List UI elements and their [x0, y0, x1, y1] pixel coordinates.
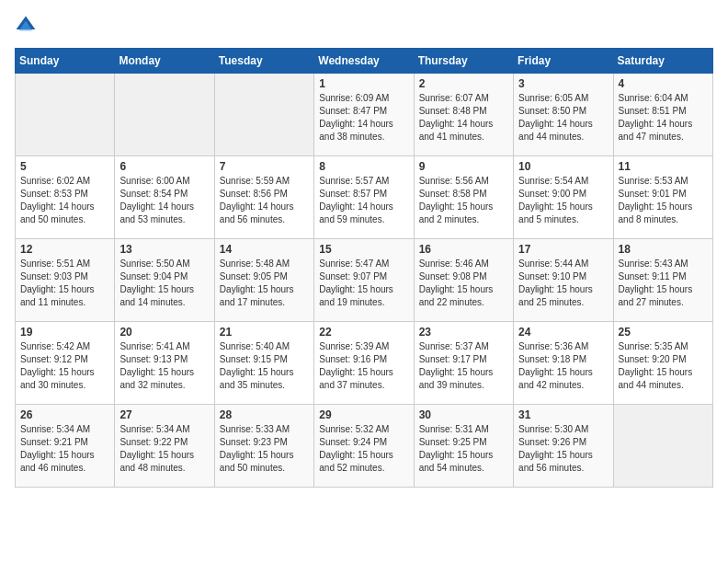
logo [15, 15, 40, 37]
calendar-cell: 15Sunrise: 5:47 AM Sunset: 9:07 PM Dayli… [314, 239, 414, 322]
calendar-cell: 25Sunrise: 5:35 AM Sunset: 9:20 PM Dayli… [613, 322, 712, 405]
calendar-cell: 13Sunrise: 5:50 AM Sunset: 9:04 PM Dayli… [115, 239, 214, 322]
day-number: 3 [518, 77, 608, 90]
day-info: Sunrise: 5:59 AM Sunset: 8:56 PM Dayligh… [220, 175, 309, 226]
day-number: 25 [619, 326, 708, 339]
logo-icon [15, 15, 37, 37]
calendar-cell: 17Sunrise: 5:44 AM Sunset: 9:10 PM Dayli… [514, 239, 613, 322]
calendar-cell [214, 74, 313, 156]
day-info: Sunrise: 6:09 AM Sunset: 8:47 PM Dayligh… [319, 92, 408, 144]
weekday-header-wednesday: Wednesday [314, 49, 414, 74]
calendar-cell: 10Sunrise: 5:54 AM Sunset: 9:00 PM Dayli… [514, 156, 613, 239]
calendar-cell: 28Sunrise: 5:33 AM Sunset: 9:23 PM Dayli… [214, 405, 313, 488]
day-info: Sunrise: 5:44 AM Sunset: 9:10 PM Dayligh… [518, 258, 608, 309]
calendar-cell: 29Sunrise: 5:32 AM Sunset: 9:24 PM Dayli… [314, 405, 414, 488]
day-number: 7 [220, 160, 309, 173]
calendar-cell: 30Sunrise: 5:31 AM Sunset: 9:25 PM Dayli… [414, 405, 513, 488]
day-info: Sunrise: 5:34 AM Sunset: 9:21 PM Dayligh… [20, 423, 109, 475]
day-number: 12 [20, 243, 109, 256]
day-number: 20 [119, 326, 209, 339]
calendar-cell: 31Sunrise: 5:30 AM Sunset: 9:26 PM Dayli… [514, 405, 613, 488]
day-number: 27 [119, 408, 209, 421]
day-info: Sunrise: 5:51 AM Sunset: 9:03 PM Dayligh… [20, 258, 109, 309]
calendar-cell [115, 74, 214, 156]
calendar-cell: 8Sunrise: 5:57 AM Sunset: 8:57 PM Daylig… [314, 156, 414, 239]
calendar-cell: 1Sunrise: 6:09 AM Sunset: 8:47 PM Daylig… [314, 74, 414, 156]
day-number: 26 [20, 408, 109, 421]
day-number: 1 [319, 77, 408, 90]
day-info: Sunrise: 5:46 AM Sunset: 9:08 PM Dayligh… [419, 258, 508, 309]
calendar-cell: 20Sunrise: 5:41 AM Sunset: 9:13 PM Dayli… [115, 322, 214, 405]
calendar-cell: 11Sunrise: 5:53 AM Sunset: 9:01 PM Dayli… [613, 156, 712, 239]
day-number: 24 [518, 326, 608, 339]
day-number: 5 [20, 160, 109, 173]
calendar-cell: 24Sunrise: 5:36 AM Sunset: 9:18 PM Dayli… [514, 322, 613, 405]
day-number: 4 [619, 77, 708, 90]
day-number: 9 [419, 160, 508, 173]
day-info: Sunrise: 5:39 AM Sunset: 9:16 PM Dayligh… [319, 340, 408, 392]
day-info: Sunrise: 6:04 AM Sunset: 8:51 PM Dayligh… [619, 92, 708, 144]
calendar-cell: 3Sunrise: 6:05 AM Sunset: 8:50 PM Daylig… [514, 74, 613, 156]
day-number: 17 [518, 243, 608, 256]
day-number: 23 [419, 326, 508, 339]
day-number: 31 [518, 408, 608, 421]
day-number: 14 [220, 243, 309, 256]
day-number: 30 [419, 408, 508, 421]
calendar-table: SundayMondayTuesdayWednesdayThursdayFrid… [15, 48, 713, 488]
day-info: Sunrise: 6:07 AM Sunset: 8:48 PM Dayligh… [419, 92, 508, 144]
day-number: 22 [319, 326, 408, 339]
calendar-cell: 14Sunrise: 5:48 AM Sunset: 9:05 PM Dayli… [214, 239, 313, 322]
week-row-4: 19Sunrise: 5:42 AM Sunset: 9:12 PM Dayli… [16, 322, 713, 405]
weekday-header-saturday: Saturday [613, 49, 712, 74]
calendar-cell: 12Sunrise: 5:51 AM Sunset: 9:03 PM Dayli… [16, 239, 115, 322]
calendar-header: SundayMondayTuesdayWednesdayThursdayFrid… [16, 49, 713, 74]
calendar-cell: 4Sunrise: 6:04 AM Sunset: 8:51 PM Daylig… [613, 74, 712, 156]
day-number: 8 [319, 160, 408, 173]
calendar-cell: 9Sunrise: 5:56 AM Sunset: 8:58 PM Daylig… [414, 156, 513, 239]
week-row-2: 5Sunrise: 6:02 AM Sunset: 8:53 PM Daylig… [16, 156, 713, 239]
day-info: Sunrise: 5:32 AM Sunset: 9:24 PM Dayligh… [319, 423, 408, 475]
weekday-header-monday: Monday [115, 49, 214, 74]
day-number: 18 [619, 243, 708, 256]
calendar-cell [16, 74, 115, 156]
day-info: Sunrise: 5:31 AM Sunset: 9:25 PM Dayligh… [419, 423, 508, 475]
calendar-cell: 26Sunrise: 5:34 AM Sunset: 9:21 PM Dayli… [16, 405, 115, 488]
day-number: 16 [419, 243, 508, 256]
calendar-cell: 23Sunrise: 5:37 AM Sunset: 9:17 PM Dayli… [414, 322, 513, 405]
day-number: 19 [20, 326, 109, 339]
day-info: Sunrise: 5:48 AM Sunset: 9:05 PM Dayligh… [220, 258, 309, 309]
day-info: Sunrise: 5:56 AM Sunset: 8:58 PM Dayligh… [419, 175, 508, 226]
day-number: 15 [319, 243, 408, 256]
day-info: Sunrise: 6:05 AM Sunset: 8:50 PM Dayligh… [518, 92, 608, 144]
day-info: Sunrise: 5:30 AM Sunset: 9:26 PM Dayligh… [518, 423, 608, 475]
day-info: Sunrise: 5:57 AM Sunset: 8:57 PM Dayligh… [319, 175, 408, 226]
day-number: 21 [220, 326, 309, 339]
weekday-header-thursday: Thursday [414, 49, 513, 74]
calendar-cell: 5Sunrise: 6:02 AM Sunset: 8:53 PM Daylig… [16, 156, 115, 239]
day-info: Sunrise: 5:37 AM Sunset: 9:17 PM Dayligh… [419, 340, 508, 392]
calendar-cell: 2Sunrise: 6:07 AM Sunset: 8:48 PM Daylig… [414, 74, 513, 156]
week-row-5: 26Sunrise: 5:34 AM Sunset: 9:21 PM Dayli… [16, 405, 713, 488]
day-number: 2 [419, 77, 508, 90]
day-info: Sunrise: 5:42 AM Sunset: 9:12 PM Dayligh… [20, 340, 109, 392]
calendar-cell: 18Sunrise: 5:43 AM Sunset: 9:11 PM Dayli… [613, 239, 712, 322]
calendar-cell: 16Sunrise: 5:46 AM Sunset: 9:08 PM Dayli… [414, 239, 513, 322]
day-info: Sunrise: 5:36 AM Sunset: 9:18 PM Dayligh… [518, 340, 608, 392]
day-info: Sunrise: 5:33 AM Sunset: 9:23 PM Dayligh… [220, 423, 309, 475]
day-number: 29 [319, 408, 408, 421]
day-number: 13 [119, 243, 209, 256]
day-info: Sunrise: 5:43 AM Sunset: 9:11 PM Dayligh… [619, 258, 708, 309]
day-number: 28 [220, 408, 309, 421]
day-info: Sunrise: 5:34 AM Sunset: 9:22 PM Dayligh… [119, 423, 209, 475]
calendar-cell: 21Sunrise: 5:40 AM Sunset: 9:15 PM Dayli… [214, 322, 313, 405]
day-info: Sunrise: 5:53 AM Sunset: 9:01 PM Dayligh… [619, 175, 708, 226]
day-info: Sunrise: 5:47 AM Sunset: 9:07 PM Dayligh… [319, 258, 408, 309]
day-info: Sunrise: 5:41 AM Sunset: 9:13 PM Dayligh… [119, 340, 209, 392]
weekday-header-sunday: Sunday [16, 49, 115, 74]
calendar-cell: 27Sunrise: 5:34 AM Sunset: 9:22 PM Dayli… [115, 405, 214, 488]
day-number: 10 [518, 160, 608, 173]
day-info: Sunrise: 5:35 AM Sunset: 9:20 PM Dayligh… [619, 340, 708, 392]
page-header [15, 15, 713, 37]
week-row-3: 12Sunrise: 5:51 AM Sunset: 9:03 PM Dayli… [16, 239, 713, 322]
calendar-cell: 22Sunrise: 5:39 AM Sunset: 9:16 PM Dayli… [314, 322, 414, 405]
